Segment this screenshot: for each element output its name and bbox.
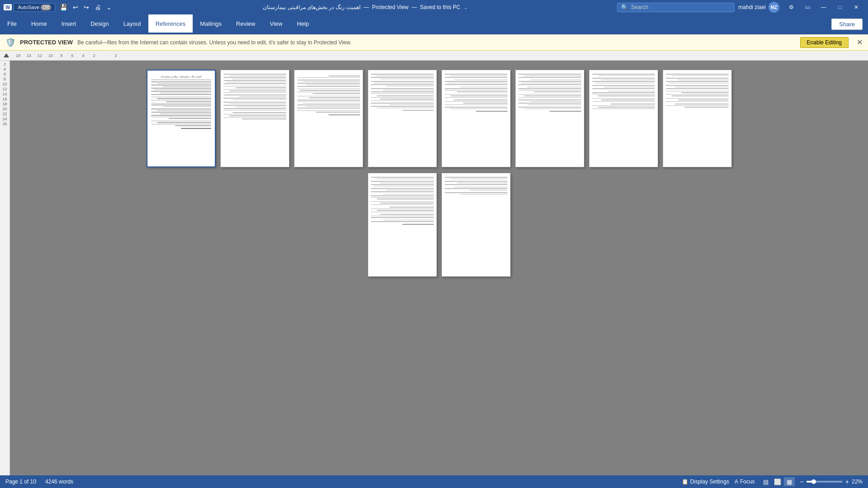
ribbon: File Home Insert Design Layout Reference… <box>0 14 868 34</box>
protected-view-bar: 🛡️ PROTECTED VIEW Be careful—files from … <box>0 34 868 51</box>
tab-help[interactable]: Help <box>289 14 316 34</box>
maximize-button[interactable]: □ <box>832 0 848 14</box>
page-5[interactable] <box>441 70 511 167</box>
tab-references[interactable]: References <box>148 14 193 34</box>
page-6[interactable] <box>515 70 584 167</box>
zoom-percent: 22% <box>852 479 863 485</box>
tab-review[interactable]: Review <box>229 14 263 34</box>
page-info: Page 1 of 10 <box>5 479 36 485</box>
search-box[interactable]: 🔍 <box>617 3 735 12</box>
ruler-content: 18 14 12 10 8 6 4 2 2 <box>0 53 121 58</box>
zoom-in-icon[interactable]: + <box>845 478 849 485</box>
print-layout-button[interactable]: ▤ <box>760 477 771 486</box>
tab-mailings[interactable]: Mailings <box>193 14 229 34</box>
zoom-track[interactable] <box>806 481 843 483</box>
document-view[interactable]: اهمیت رنگ در بخش‌های مراقبتی بیمارستان <box>10 61 868 475</box>
ribbon-right: Share <box>831 19 868 30</box>
protected-view-message: Be careful—files from the Internet can c… <box>77 39 796 46</box>
undo-icon[interactable]: ↩ <box>71 3 80 12</box>
autosave-button[interactable]: AutoSave Off <box>14 3 55 12</box>
print-preview-icon[interactable]: 🖨 <box>93 3 103 12</box>
tab-layout[interactable]: Layout <box>116 14 148 34</box>
page-row-1: اهمیت رنگ در بخش‌های مراقبتی بیمارستان <box>147 70 732 167</box>
display-settings-icon: 📋 <box>682 479 688 485</box>
page-1[interactable]: اهمیت رنگ در بخش‌های مراقبتی بیمارستان <box>147 70 216 167</box>
document-title: اهمیت رنگ در بخش‌های مراقبتی بیمارستان —… <box>114 4 617 10</box>
enable-editing-button[interactable]: Enable Editing <box>800 37 849 48</box>
window-controls: ⚙ ▭ — □ ✕ <box>783 0 864 14</box>
zoom-slider[interactable]: − + 22% <box>800 478 863 485</box>
word-count: 4246 words <box>45 479 73 485</box>
status-bar: Page 1 of 10 4246 words 📋 Display Settin… <box>0 475 868 488</box>
horizontal-ruler: 18 14 12 10 8 6 4 2 2 <box>0 51 868 61</box>
protected-view-label: PROTECTED VIEW <box>20 39 73 46</box>
view-mode-buttons: ▤ ⬜ ▦ <box>760 477 795 486</box>
avatar[interactable]: MZ <box>768 2 779 13</box>
customize-icon[interactable]: ⌄ <box>104 3 114 12</box>
title-dropdown-icon[interactable]: ⌄ <box>464 5 468 10</box>
title-bar: W AutoSave Off 💾 ↩ ↪ 🖨 ⌄ اهمیت رنگ در بخ… <box>0 0 868 14</box>
settings-icon[interactable]: ⚙ <box>783 0 799 14</box>
close-protected-bar-icon[interactable]: ✕ <box>857 38 863 47</box>
title-bar-right: 🔍 mahdi ziaei MZ ⚙ ▭ — □ ✕ <box>617 0 864 14</box>
quick-access-toolbar: 💾 ↩ ↪ 🖨 ⌄ <box>58 3 114 12</box>
ribbon-display-icon[interactable]: ▭ <box>799 0 816 14</box>
focus-button[interactable]: A Focus <box>735 479 755 485</box>
tab-home[interactable]: Home <box>24 14 54 34</box>
search-icon: 🔍 <box>621 4 628 11</box>
title-bar-left: W AutoSave Off 💾 ↩ ↪ 🖨 ⌄ <box>4 3 114 12</box>
zoom-out-icon[interactable]: − <box>800 478 804 485</box>
page-4[interactable] <box>368 70 437 167</box>
page-10[interactable] <box>441 173 511 277</box>
close-button[interactable]: ✕ <box>848 0 864 14</box>
page-7[interactable] <box>589 70 658 167</box>
minimize-button[interactable]: — <box>816 0 832 14</box>
tab-insert[interactable]: Insert <box>54 14 84 34</box>
ruler-marker <box>4 54 9 57</box>
redo-icon[interactable]: ↪ <box>82 3 91 12</box>
main-area: 2 4 6 8 10 12 14 16 18 20 22 24 26 اهمیت… <box>0 61 868 475</box>
page-grid: اهمیت رنگ در بخش‌های مراقبتی بیمارستان <box>147 70 732 277</box>
read-mode-button[interactable]: ▦ <box>784 477 795 486</box>
page-2[interactable] <box>220 70 289 167</box>
ruler-numbers: 18 14 12 10 8 6 4 2 2 <box>13 53 121 58</box>
page-row-2 <box>368 173 511 277</box>
tab-file[interactable]: File <box>0 14 24 34</box>
search-input[interactable] <box>631 4 721 10</box>
page-3[interactable] <box>294 70 363 167</box>
page-8[interactable] <box>663 70 732 167</box>
ribbon-tabs: File Home Insert Design Layout Reference… <box>0 14 316 34</box>
share-button[interactable]: Share <box>831 19 863 30</box>
tab-view[interactable]: View <box>262 14 289 34</box>
focus-icon: A <box>735 479 738 485</box>
shield-icon: 🛡️ <box>5 38 15 47</box>
page-9[interactable] <box>368 173 437 277</box>
status-bar-right: 📋 Display Settings A Focus ▤ ⬜ ▦ − + 22% <box>682 477 863 486</box>
user-info: mahdi ziaei MZ <box>738 2 779 13</box>
save-icon[interactable]: 💾 <box>58 3 69 12</box>
display-settings-button[interactable]: 📋 Display Settings <box>682 479 729 485</box>
web-layout-button[interactable]: ⬜ <box>772 477 783 486</box>
zoom-thumb <box>811 479 816 484</box>
tab-design[interactable]: Design <box>83 14 116 34</box>
vertical-ruler: 2 4 6 8 10 12 14 16 18 20 22 24 26 <box>0 61 10 475</box>
word-logo-icon: W <box>4 4 12 10</box>
